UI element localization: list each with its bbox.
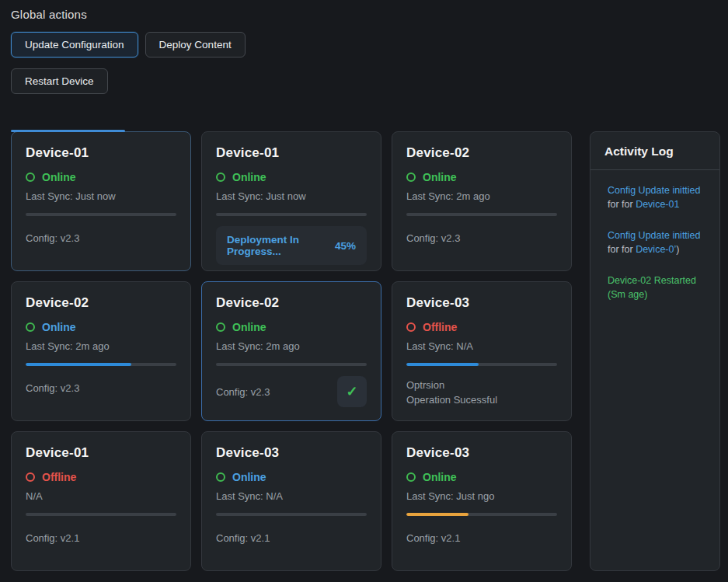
device-card[interactable]: Device-02 Online Last Sync: 2m ago Confi… bbox=[11, 281, 191, 421]
log-entry-part: Config Update inittied bbox=[608, 230, 701, 241]
last-sync-text: N/A bbox=[26, 490, 176, 502]
progress-fill bbox=[406, 363, 479, 366]
device-title: Device-01 bbox=[26, 445, 176, 461]
operation-line-1: Optrsion bbox=[406, 378, 557, 393]
log-entry: Config Update inittied for for Device-01 bbox=[608, 184, 709, 211]
status-dot-icon bbox=[216, 472, 225, 482]
device-title: Device-02 bbox=[26, 295, 176, 311]
status-label: Online bbox=[232, 471, 266, 483]
config-version-text: Config: v2.3 bbox=[216, 386, 270, 398]
device-card[interactable]: Device-01 Offline N/A Config: v2.1 bbox=[11, 431, 191, 571]
device-title: Device-03 bbox=[406, 295, 557, 311]
status-row: Online bbox=[406, 471, 557, 483]
deployment-progress-badge: Deployment In Progress... 45% bbox=[216, 226, 367, 265]
config-version-text: Config: v2.1 bbox=[26, 532, 176, 544]
button-row-1: Update Configuration Deploy Content bbox=[11, 32, 728, 58]
status-row: Online bbox=[216, 321, 367, 333]
log-entry-part: Device-01 bbox=[636, 199, 679, 210]
card-loading-line bbox=[11, 130, 125, 132]
activity-log-title: Activity Log bbox=[601, 145, 709, 159]
status-label: Offline bbox=[423, 321, 457, 333]
status-row: Offline bbox=[26, 471, 176, 483]
progress-track bbox=[406, 363, 557, 366]
device-card[interactable]: Device-01 Online Last Sync: Just now Con… bbox=[11, 131, 191, 271]
status-dot-icon bbox=[26, 173, 35, 182]
progress-track bbox=[216, 363, 367, 366]
global-actions-title: Global actions bbox=[11, 8, 728, 21]
dashboard-page: Global actions Update Configuration Depl… bbox=[0, 0, 728, 571]
last-sync-text: Last Sync: 2m ago bbox=[26, 340, 176, 352]
progress-track bbox=[26, 213, 176, 216]
status-label: Offline bbox=[42, 471, 76, 483]
status-dot-icon bbox=[26, 322, 35, 332]
progress-track bbox=[216, 513, 367, 516]
confirm-check-button[interactable]: ✓ bbox=[337, 376, 367, 407]
log-entry-part: Config Update inittied bbox=[608, 185, 701, 196]
progress-fill bbox=[26, 363, 131, 366]
status-dot-icon bbox=[216, 322, 225, 332]
device-card[interactable]: Device-03 Online Last Sync: N/A Config: … bbox=[201, 431, 381, 571]
status-label: Online bbox=[232, 321, 266, 333]
log-entry-part: ) bbox=[676, 244, 679, 255]
config-row: Config: v2.3 ✓ bbox=[216, 376, 367, 407]
device-card[interactable]: Device-03 Online Last Sync: Just ngo Con… bbox=[392, 431, 572, 571]
status-row: Online bbox=[26, 321, 176, 333]
log-entry: Config Update inittied for for Device-0’… bbox=[608, 229, 709, 256]
config-version-text: Config: v2.3 bbox=[406, 232, 557, 244]
log-entry: Device-02 Restarted (Sm age) bbox=[608, 274, 709, 301]
config-version-text: Config: v2.3 bbox=[26, 232, 176, 244]
operation-status-text: Optrsion Operation Sucessful bbox=[406, 378, 557, 408]
progress-track bbox=[406, 513, 557, 516]
status-row: Online bbox=[216, 471, 367, 483]
deployment-badge-percent: 45% bbox=[335, 240, 356, 252]
progress-track bbox=[26, 363, 176, 366]
log-entry-part: Device-02 Restarted (Sm age) bbox=[608, 275, 696, 300]
status-dot-icon bbox=[216, 173, 225, 182]
progress-track bbox=[406, 213, 557, 216]
deployment-badge-label: Deployment In Progress... bbox=[227, 234, 335, 257]
button-row-2: Restart Device bbox=[11, 68, 728, 94]
status-row: Online bbox=[26, 171, 176, 183]
log-entry-part: for for bbox=[608, 199, 636, 210]
config-version-text: Config: v2.3 bbox=[26, 382, 176, 394]
status-dot-icon bbox=[406, 322, 416, 332]
status-row: Online bbox=[406, 171, 557, 183]
status-label: Online bbox=[42, 321, 76, 333]
device-card[interactable]: Device-02 Online Last Sync: 2m ago Confi… bbox=[201, 281, 381, 421]
device-title: Device-01 bbox=[216, 145, 367, 161]
status-row: Online bbox=[216, 171, 367, 183]
device-title: Device-03 bbox=[406, 445, 557, 461]
status-dot-icon bbox=[406, 472, 416, 482]
progress-track bbox=[26, 513, 176, 516]
status-dot-icon bbox=[406, 173, 416, 182]
config-version-text: Config: v2.1 bbox=[216, 532, 367, 544]
progress-fill bbox=[406, 513, 468, 516]
log-entry-part: Device-0’ bbox=[636, 244, 676, 255]
device-card[interactable]: Device-03 Offline Last Sync: N/A Optrsio… bbox=[392, 281, 572, 421]
restart-device-button[interactable]: Restart Device bbox=[11, 68, 108, 94]
device-title: Device-01 bbox=[26, 145, 176, 161]
last-sync-text: Last Sync: N/A bbox=[406, 340, 557, 352]
progress-track bbox=[216, 213, 367, 216]
status-label: Online bbox=[232, 171, 266, 183]
device-card-grid: Device-01 Online Last Sync: Just now Con… bbox=[11, 131, 572, 571]
last-sync-text: Last Sync: N/A bbox=[216, 490, 367, 502]
checkmark-icon: ✓ bbox=[346, 383, 357, 400]
last-sync-text: Last Sync: 2m ago bbox=[216, 340, 367, 352]
status-label: Online bbox=[423, 471, 457, 483]
operation-line-2: Operation Sucessful bbox=[406, 393, 557, 408]
status-label: Online bbox=[42, 171, 76, 183]
activity-log-entries: Config Update inittied for for Device-01… bbox=[601, 184, 709, 301]
status-dot-icon bbox=[26, 472, 35, 482]
device-card[interactable]: Device-02 Online Last Sync: 2m ago Confi… bbox=[392, 131, 572, 271]
deploy-content-button[interactable]: Deploy Content bbox=[145, 32, 246, 58]
device-title: Device-03 bbox=[216, 445, 367, 461]
device-card[interactable]: Device-01 Online Last Sync: Just now Dep… bbox=[201, 131, 381, 271]
device-title: Device-02 bbox=[406, 145, 557, 161]
last-sync-text: Last Sync: 2m ago bbox=[406, 190, 557, 202]
main-layout: Device-01 Online Last Sync: Just now Con… bbox=[11, 131, 728, 571]
activity-log-panel: Activity Log Config Update inittied for … bbox=[590, 131, 720, 571]
log-entry-part: for for bbox=[608, 244, 636, 255]
update-configuration-button[interactable]: Update Configuration bbox=[11, 32, 138, 58]
activity-log-divider bbox=[590, 169, 719, 170]
